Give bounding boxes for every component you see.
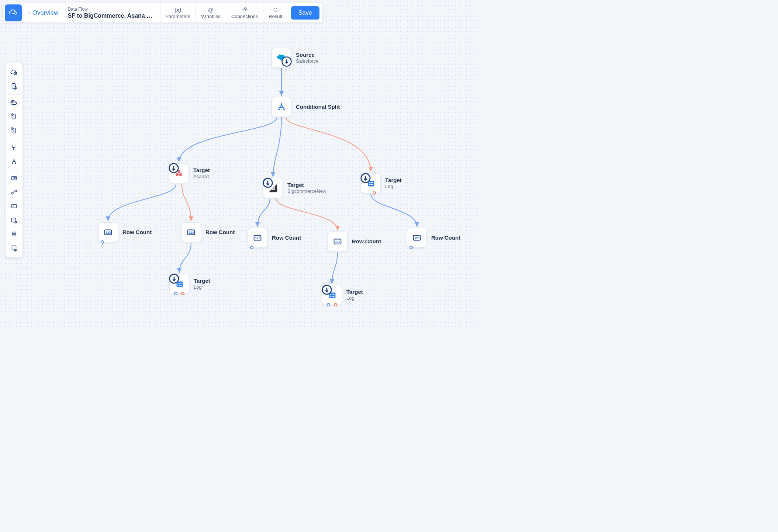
node-rowcount-3[interactable]: 123 Row Count (248, 228, 301, 248)
node-target-bigcommerce-title: Target (287, 182, 326, 188)
node-source-box[interactable] (272, 48, 291, 68)
rowcount-icon: 123 (252, 232, 263, 243)
node-rowcount-4-title: Row Count (352, 238, 381, 245)
node-rowcount-5[interactable]: 123 Row Count (407, 228, 460, 248)
node-target-log-bottom-subtitle: Log (346, 295, 363, 302)
node-target-asana-box[interactable] (169, 163, 189, 183)
node-rowcount-2-title: Row Count (205, 229, 235, 236)
edge-layer (0, 0, 480, 328)
node-source-title: Source (296, 52, 318, 58)
upload-badge-icon (262, 177, 273, 190)
node-conditional-split-title: Conditional Split (296, 104, 340, 110)
output-port-success[interactable] (327, 303, 330, 306)
node-rowcount-1-title: Row Count (122, 229, 152, 236)
upload-badge-icon (321, 284, 332, 297)
node-target-log-mid[interactable]: Target Log (169, 274, 210, 294)
node-source-subtitle: Salesforce (296, 58, 318, 65)
output-port-success[interactable] (174, 292, 177, 295)
output-port[interactable] (250, 246, 253, 249)
output-port-error[interactable] (373, 191, 376, 195)
node-target-bigcommerce-box[interactable] (263, 178, 283, 198)
output-port-error[interactable] (181, 292, 184, 295)
node-target-log-right-title: Target (385, 177, 402, 184)
rowcount-icon: 123 (411, 232, 422, 243)
node-rowcount-3-box[interactable]: 123 (248, 228, 267, 248)
node-rowcount-2-box[interactable]: 123 (181, 222, 201, 242)
node-target-asana-subtitle: Asana1 (193, 174, 210, 180)
node-rowcount-5-title: Row Count (431, 234, 460, 241)
svg-text:123: 123 (189, 231, 194, 234)
svg-text:123: 123 (255, 236, 260, 240)
node-target-log-right-box[interactable] (361, 173, 381, 193)
node-rowcount-2[interactable]: 123 Row Count (181, 222, 235, 242)
download-badge-icon (281, 56, 292, 69)
node-rowcount-4-box[interactable]: 123 (328, 232, 347, 251)
node-rowcount-1-box[interactable]: 123 (98, 222, 118, 242)
node-source[interactable]: Source Salesforce (272, 48, 318, 68)
flow-canvas[interactable]: Source Salesforce Conditional Split Targ… (0, 0, 480, 328)
node-rowcount-1[interactable]: 123 Row Count (98, 222, 152, 242)
rowcount-icon: 123 (103, 227, 114, 238)
node-target-bigcommerce[interactable]: Target BigcommerceNew (263, 178, 326, 198)
svg-text:123: 123 (414, 236, 419, 240)
node-target-log-bottom[interactable]: Target Log (322, 285, 363, 305)
node-target-log-mid-title: Target (194, 278, 210, 284)
node-target-log-right[interactable]: Target Log (361, 173, 402, 193)
node-target-bigcommerce-subtitle: BigcommerceNew (287, 188, 326, 195)
node-target-log-bottom-box[interactable] (322, 285, 342, 305)
output-port[interactable] (101, 240, 104, 244)
upload-badge-icon (169, 273, 180, 286)
node-target-asana[interactable]: Target Asana1 (169, 163, 210, 183)
node-target-log-bottom-title: Target (346, 289, 363, 295)
svg-text:123: 123 (106, 231, 111, 234)
node-conditional-split-box[interactable] (272, 97, 291, 117)
node-conditional-split[interactable]: Conditional Split (272, 97, 340, 117)
rowcount-icon: 123 (186, 227, 197, 238)
svg-text:123: 123 (335, 240, 340, 244)
node-target-log-mid-subtitle: Log (194, 284, 210, 291)
rowcount-icon: 123 (332, 236, 343, 247)
output-port-error[interactable] (334, 303, 337, 306)
node-target-log-mid-box[interactable] (169, 274, 189, 294)
upload-badge-icon (168, 163, 179, 175)
node-target-log-right-subtitle: Log (385, 184, 402, 190)
node-rowcount-3-title: Row Count (272, 234, 301, 241)
node-rowcount-4[interactable]: 123 Row Count (328, 232, 381, 251)
node-rowcount-5-box[interactable]: 123 (407, 228, 427, 248)
upload-badge-icon (360, 173, 371, 185)
svg-point-28 (179, 173, 182, 176)
output-port[interactable] (409, 246, 413, 249)
node-target-asana-title: Target (193, 167, 210, 174)
split-icon (276, 101, 287, 112)
